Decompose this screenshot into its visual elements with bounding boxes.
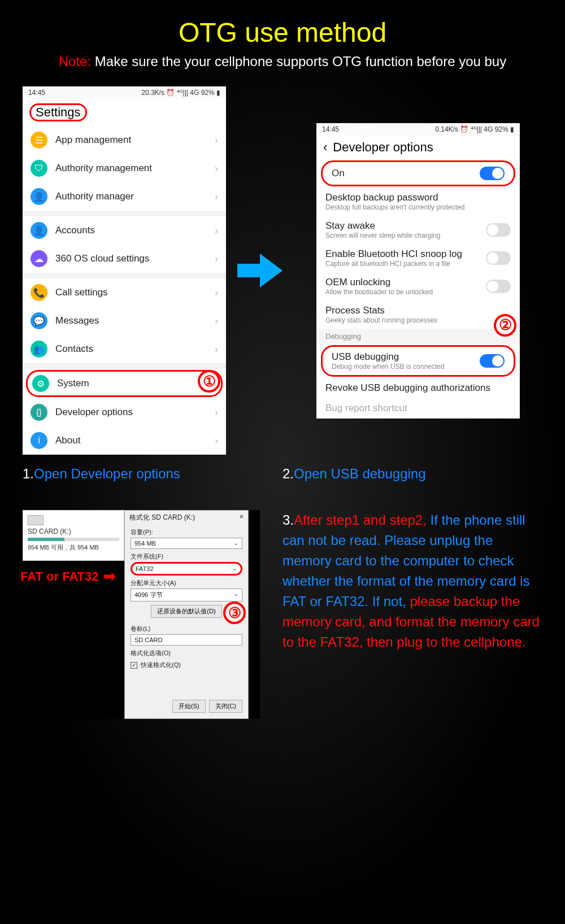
switch-icon[interactable] (486, 280, 511, 293)
checkbox-icon: ✓ (131, 662, 137, 669)
settings-header-label: Settings (29, 103, 87, 121)
capacity-label: 容量(P): (125, 525, 248, 538)
chevron-right-icon: › (215, 287, 218, 299)
status-bar: 14:45 20.3K/s ⏰ ⁴ᴳ||| 4G 92% ▮ (23, 86, 226, 99)
dev-header-label: Developer options (333, 140, 433, 155)
capacity-bar (28, 538, 119, 541)
switch-icon[interactable] (480, 354, 505, 368)
status-icons: 20.3K/s ⏰ ⁴ᴳ||| 4G 92% ▮ (141, 89, 220, 97)
volume-input[interactable]: SD CARD (131, 634, 242, 646)
chevron-right-icon: › (215, 435, 218, 447)
status-icons: 0.14K/s ⏰ ⁴ᴳ||| 4G 92% ▮ (435, 125, 514, 133)
settings-header: Settings (23, 99, 226, 126)
braces-icon: {} (31, 404, 47, 421)
format-panel-wrap: FAT or FAT32➡ SD CARD (K:) 954 MB 可用，共 9… (23, 510, 260, 719)
toggle-developer-on[interactable]: On (321, 160, 515, 186)
chevron-right-icon: › (215, 134, 218, 146)
drive-name: SD CARD (K:) (28, 528, 119, 535)
item-bluetooth-snoop[interactable]: Enable Bluetooth HCI snoop logCapture al… (316, 244, 520, 272)
message-icon: 💬 (31, 312, 47, 329)
switch-icon[interactable] (480, 167, 505, 180)
capacity-dropdown[interactable]: 954 MB (131, 538, 242, 549)
dev-header: ‹ Developer options (316, 136, 520, 159)
item-desktop-backup[interactable]: Desktop backup passwordDesktop full back… (316, 188, 520, 216)
switch-icon[interactable] (486, 223, 511, 237)
chevron-right-icon: › (215, 191, 218, 203)
item-contacts[interactable]: 👥Contacts› (23, 335, 226, 363)
back-icon[interactable]: ‹ (323, 140, 327, 155)
item-system[interactable]: ⚙System› (26, 370, 223, 397)
status-bar: 14:45 0.14K/s ⏰ ⁴ᴳ||| 4G 92% ▮ (316, 123, 520, 136)
close-button[interactable]: 关闭(C) (209, 700, 242, 713)
contacts-icon: 👥 (31, 341, 47, 358)
drive-detail: 954 MB 可用，共 954 MB (28, 543, 119, 552)
item-authority-manager[interactable]: 👤Authority manager› (23, 182, 226, 211)
sd-card-info[interactable]: SD CARD (K:) 954 MB 可用，共 954 MB (23, 510, 124, 561)
item-authority-management[interactable]: 🛡Authority management› (23, 154, 226, 182)
phone-settings: 14:45 20.3K/s ⏰ ⁴ᴳ||| 4G 92% ▮ Settings … (23, 86, 226, 455)
item-call-settings[interactable]: 📞Call settings› (23, 278, 226, 307)
filesystem-dropdown[interactable]: FAT32 (131, 562, 242, 576)
reset-defaults-button[interactable]: 还原设备的默认值(D) (151, 605, 221, 618)
drive-icon (28, 515, 44, 525)
note-text: Make sure the your cellphone supports OT… (91, 54, 506, 69)
chevron-right-icon: › (215, 253, 218, 265)
filesystem-label: 文件系统(F) (125, 549, 248, 562)
options-label: 格式化选项(O) (125, 646, 248, 659)
item-oem-unlocking[interactable]: OEM unlockingAllow the bootloader to be … (316, 272, 520, 300)
item-developer-options[interactable]: {}Developer options› (23, 398, 226, 426)
note-line: Note: Make sure the your cellphone suppo… (0, 54, 565, 86)
chevron-right-icon: › (215, 315, 218, 327)
item-stay-awake[interactable]: Stay awakeScreen will never sleep while … (316, 216, 520, 244)
step3-instructions: 3.After step1 and step2, If the phone st… (282, 510, 542, 719)
item-messages[interactable]: 💬Messages› (23, 307, 226, 335)
grid-icon: ☰ (31, 132, 47, 149)
quick-format-checkbox[interactable]: ✓快速格式化(Q) (131, 661, 242, 669)
step-badge-3: ③ (223, 602, 246, 624)
chevron-right-icon: › (215, 163, 218, 175)
chevron-right-icon: › (215, 407, 218, 419)
format-dialog: 格式化 SD CARD (K:) × 容量(P): 954 MB 文件系统(F)… (124, 510, 249, 719)
phone-developer-options: 14:45 0.14K/s ⏰ ⁴ᴳ||| 4G 92% ▮ ‹ Develop… (316, 123, 520, 419)
toggle-usb-debugging[interactable]: USB debuggingDebug mode when USB is conn… (321, 345, 515, 377)
dialog-title: 格式化 SD CARD (K:) (129, 513, 195, 522)
shield-icon: 🛡 (31, 160, 47, 177)
user-icon: 👤 (31, 222, 47, 239)
status-time: 14:45 (322, 125, 339, 133)
chevron-right-icon: › (215, 343, 218, 355)
caption-step1: 1.Open Developer options (23, 466, 282, 482)
page-title: OTG use method (0, 0, 565, 54)
section-debugging: Debugging (316, 329, 520, 344)
status-time: 14:45 (28, 89, 45, 97)
arrow-right-icon (243, 254, 299, 287)
step-badge-1: ① (198, 370, 220, 393)
note-label: Note: (59, 54, 91, 69)
step-badge-2: ② (494, 314, 516, 337)
item-cloud-settings[interactable]: ☁360 OS cloud settings› (23, 245, 226, 273)
alloc-label: 分配单元大小(A) (125, 576, 248, 589)
item-process-stats[interactable]: Process StatsGeeky stats about running p… (316, 300, 520, 329)
item-app-management[interactable]: ☰App management› (23, 126, 226, 154)
close-icon[interactable]: × (240, 513, 244, 522)
start-button[interactable]: 开始(S) (172, 700, 206, 713)
alloc-dropdown[interactable]: 4096 字节 (131, 589, 242, 602)
caption-step2: 2.Open USB debugging (282, 466, 542, 482)
chevron-right-icon: › (215, 225, 218, 237)
arrow-right-icon: ➡ (103, 568, 116, 585)
gear-icon: ⚙ (32, 375, 49, 392)
item-bug-report[interactable]: Bug report shortcut (316, 398, 520, 419)
item-accounts[interactable]: 👤Accounts› (23, 216, 226, 245)
switch-icon[interactable] (486, 251, 511, 265)
item-revoke-usb[interactable]: Revoke USB debugging authorizations (316, 378, 520, 398)
user-icon: 👤 (31, 188, 47, 205)
phone-icon: 📞 (31, 284, 47, 301)
info-icon: i (31, 432, 47, 449)
item-about[interactable]: iAbout› (23, 426, 226, 455)
fat-label: FAT or FAT32➡ (20, 568, 116, 585)
cloud-icon: ☁ (31, 250, 47, 267)
